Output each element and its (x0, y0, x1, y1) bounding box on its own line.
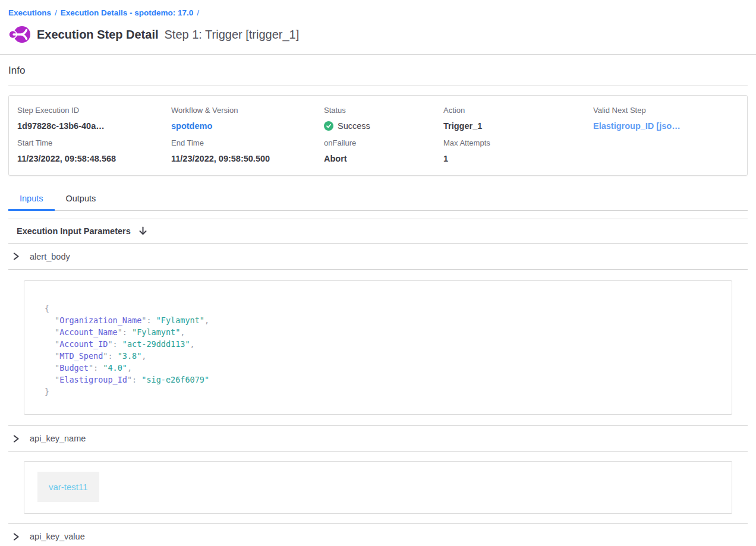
field-value: 11/23/2022, 09:58:50.500 (171, 154, 324, 163)
info-divider (8, 86, 748, 86)
breadcrumb-link-executions[interactable]: Executions (8, 8, 51, 17)
tab-outputs[interactable]: Outputs (55, 189, 108, 210)
field-workflow-version: Workflow & Version spotdemo (171, 106, 324, 131)
json-value: "act-29ddd113" (122, 339, 190, 349)
param-name: api_key_value (30, 532, 85, 541)
page-title: Execution Step Detail (37, 28, 159, 42)
field-label: Step Execution ID (17, 106, 171, 115)
api-key-name-value: var-test11 (37, 472, 99, 502)
param-row-api-key-name[interactable]: api_key_name (8, 425, 748, 452)
field-label: onFailure (324, 138, 443, 147)
field-action: Action Trigger_1 (443, 106, 593, 131)
execution-input-parameters-title: Execution Input Parameters (17, 226, 131, 236)
field-status: Status Success (324, 106, 443, 131)
page-subtitle: Step 1: Trigger [trigger_1] (165, 28, 300, 42)
param-name: alert_body (30, 252, 70, 261)
json-line: "Budget": "4.0", (45, 362, 720, 374)
param-name: api_key_name (30, 434, 86, 443)
workflow-link[interactable]: spotdemo (171, 121, 212, 131)
field-label: Action (443, 106, 593, 115)
fylamynt-logo-icon (8, 25, 31, 44)
json-line: "Account_Name": "Fylamynt", (45, 326, 720, 338)
json-key: Budget (59, 363, 89, 373)
chevron-right-icon (12, 435, 20, 443)
field-start-time: Start Time 11/23/2022, 09:58:48.568 (17, 138, 171, 163)
page-header: Execution Step Detail Step 1: Trigger [t… (8, 25, 756, 44)
json-key: Elastigroup_Id (59, 375, 127, 384)
status-text: Success (338, 121, 370, 131)
json-line: "Elastigroup_Id": "sig-e26f6079" (45, 374, 720, 386)
json-line: } (45, 386, 720, 397)
field-step-execution-id: Step Execution ID 1d97828c-13b6-40a… (17, 106, 171, 131)
breadcrumb-separator: / (197, 8, 199, 17)
execution-input-parameters-header: Execution Input Parameters (8, 219, 748, 244)
json-value: "3.8" (118, 351, 142, 361)
tab-inputs[interactable]: Inputs (8, 189, 55, 211)
field-label: Status (324, 106, 443, 115)
json-value: "Fylamynt" (156, 315, 204, 325)
breadcrumb-link-execution-details[interactable]: Execution Details - spotdemo: 17.0 (61, 8, 194, 17)
param-row-api-key-value[interactable]: api_key_value (8, 523, 748, 546)
json-line: "MTD_Spend": "3.8", (45, 350, 720, 362)
field-label: Workflow & Version (171, 106, 324, 115)
alert-body-json-viewer: { "Organization_Name": "Fylamynt", "Acco… (24, 280, 732, 415)
json-key: Organization_Name (59, 315, 141, 325)
field-max-attempts: Max Attempts 1 (443, 138, 593, 163)
param-row-alert-body[interactable]: alert_body (8, 244, 748, 270)
json-line: "Organization_Name": "Fylamynt", (45, 314, 720, 326)
field-label: Max Attempts (443, 138, 593, 147)
tab-bar: Inputs Outputs (8, 189, 748, 211)
json-key: Account_Name (59, 327, 118, 337)
field-label: End Time (171, 138, 324, 147)
field-onfailure: onFailure Abort (324, 138, 443, 163)
json-key: Account_ID (59, 339, 108, 349)
breadcrumb: Executions/Execution Details - spotdemo:… (0, 0, 756, 17)
json-value: "Fylamynt" (132, 327, 180, 337)
field-label: Valid Next Step (593, 106, 739, 115)
info-section-heading: Info (8, 55, 748, 86)
info-card: Step Execution ID 1d97828c-13b6-40a… Wor… (8, 95, 748, 176)
chevron-right-icon (12, 253, 20, 260)
valid-next-step-link[interactable]: Elastigroup_ID [jso… (593, 121, 681, 131)
chevron-right-icon (12, 533, 20, 541)
json-key: MTD_Spend (59, 351, 103, 361)
breadcrumb-separator: / (55, 8, 57, 17)
json-line: { (45, 302, 720, 314)
success-check-icon (324, 121, 333, 131)
field-valid-next-step: Valid Next Step Elastigroup_ID [jso… (593, 106, 739, 131)
json-line: "Account_ID": "act-29ddd113", (45, 338, 720, 350)
field-value: 1 (443, 154, 593, 163)
download-arrow-icon[interactable] (138, 226, 147, 236)
field-value: Trigger_1 (443, 121, 593, 131)
api-key-name-value-box: var-test11 (24, 461, 732, 514)
field-label: Start Time (17, 138, 171, 147)
json-value: "4.0" (103, 363, 127, 373)
field-value: 1d97828c-13b6-40a… (17, 121, 171, 131)
field-end-time: End Time 11/23/2022, 09:58:50.500 (171, 138, 324, 163)
json-value: "sig-e26f6079" (141, 375, 209, 384)
field-value: 11/23/2022, 09:58:48.568 (17, 154, 171, 163)
field-value: Abort (324, 154, 443, 163)
